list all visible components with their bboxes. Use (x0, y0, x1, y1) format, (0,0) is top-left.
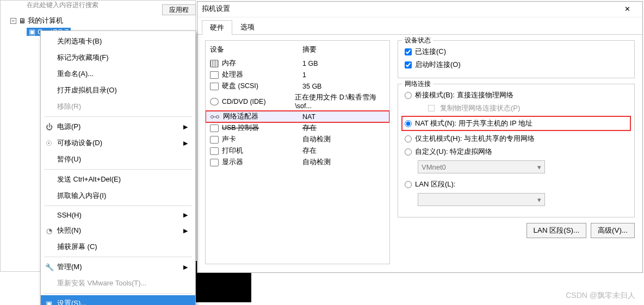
dialog-close-button[interactable]: ✕ (616, 5, 638, 13)
network-icon (210, 113, 220, 121)
ctx-grab-input[interactable]: 抓取输入内容(I) (41, 188, 195, 204)
ctx-ssh[interactable]: SSH(H)▶ (41, 208, 195, 222)
chevron-right-icon: ▶ (183, 264, 188, 271)
dialog-tabs: 硬件 选项 (197, 20, 642, 35)
ctx-separator (44, 293, 192, 294)
ctx-separator (44, 116, 192, 117)
col-device: 设备 (210, 45, 302, 54)
ctx-removable-devices[interactable]: ☉可移动设备(D)▶ (41, 135, 195, 151)
ctx-send-cad[interactable]: 发送 Ctrl+Alt+Del(E) (41, 171, 195, 188)
ctx-manage[interactable]: 🔧管理(M)▶ (41, 259, 195, 275)
device-row-disk[interactable]: 硬盘 (SCSI)35 GB (206, 80, 389, 92)
chevron-down-icon: ▾ (537, 163, 541, 171)
ctx-reinstall-tools: 重新安装 VMware Tools(T)... (41, 275, 195, 291)
rb-lan-segment[interactable]: LAN 区段(L): (405, 178, 628, 191)
svg-point-1 (216, 115, 219, 118)
ctx-mark-favorite[interactable]: 标记为收藏项(F) (41, 49, 195, 66)
ctx-separator (44, 206, 192, 206)
device-row-memory[interactable]: 内存1 GB (206, 58, 389, 69)
device-row-cddvd[interactable]: CD/DVD (IDE)正在使用文件 D:\毅香雪海\sof... (206, 92, 389, 111)
ctx-remove: 移除(R) (41, 98, 195, 115)
tab-options[interactable]: 选项 (232, 20, 263, 34)
rb-host-only-input[interactable] (405, 135, 412, 142)
tree-collapse-icon[interactable]: − (10, 18, 16, 24)
device-list: 设备 摘要 内存1 GB 处理器1 硬盘 (SCSI)35 GB CD/DVD … (205, 40, 390, 264)
select-vmnet: VMnet0▾ (418, 160, 545, 173)
device-status-legend: 设备状态 (403, 36, 433, 45)
watermark: CSDN @飘零未归人 (566, 291, 635, 301)
chevron-down-icon: ▾ (537, 196, 541, 204)
devices-icon: ☉ (45, 139, 53, 147)
vm-icon: ▣ (29, 28, 35, 36)
ctx-snapshot[interactable]: ◔快照(N)▶ (41, 222, 195, 239)
device-row-display[interactable]: 显示器自动检测 (206, 157, 389, 168)
ctx-separator (44, 257, 192, 257)
device-row-sound[interactable]: 声卡自动检测 (206, 134, 389, 145)
ctx-settings[interactable]: ▣设置(S)... (41, 295, 195, 305)
network-connection-legend: 网络连接 (403, 79, 433, 89)
dialog-title: 拟机设置 (202, 4, 230, 14)
settings-icon: ▣ (45, 300, 53, 306)
cd-icon (210, 98, 219, 105)
chevron-right-icon: ▶ (183, 227, 188, 234)
network-connection-group: 网络连接 桥接模式(B): 直接连接物理网络 复制物理网络连接状态(P) NAT… (398, 84, 635, 217)
display-icon (210, 159, 219, 166)
snapshot-icon: ◔ (45, 227, 53, 235)
tab-hardware[interactable]: 硬件 (202, 20, 232, 35)
chevron-right-icon: ▶ (183, 123, 188, 130)
device-status-group: 设备状态 已连接(C) 启动时连接(O) (398, 40, 635, 78)
rb-bridged-input[interactable] (405, 92, 412, 99)
ctx-pause[interactable]: 暂停(U) (41, 151, 195, 167)
cb-copy-physical-state: 复制物理网络连接状态(P) (418, 102, 628, 115)
ctx-separator (44, 169, 192, 170)
vm-context-menu: 关闭选项卡(B) 标记为收藏项(F) 重命名(A)... 打开虚拟机目录(O) … (40, 30, 196, 305)
vm-settings-dialog: 拟机设置 ✕ 硬件 选项 设备 摘要 内存1 GB 处理器1 硬盘 (SCSI)… (197, 1, 643, 273)
wrench-icon: 🔧 (45, 263, 53, 271)
device-row-network-adapter[interactable]: 网络适配器NAT (206, 111, 389, 122)
device-detail-panel: 设备状态 已连接(C) 启动时连接(O) 网络连接 桥接模式(B): 直接连接物… (398, 40, 635, 264)
tree-root-label: 我的计算机 (28, 16, 63, 26)
ctx-capture-screen[interactable]: 捕获屏幕 (C) (41, 239, 195, 255)
device-row-printer[interactable]: 打印机存在 (206, 145, 389, 157)
svg-point-0 (211, 115, 214, 118)
cb-connect-on-start[interactable]: 启动时连接(O) (405, 58, 628, 71)
disk-icon (210, 83, 219, 90)
cpu-icon (210, 71, 219, 79)
device-row-usb[interactable]: USB 控制器存在 (206, 122, 389, 134)
col-summary: 摘要 (302, 45, 317, 54)
sound-icon (210, 136, 219, 144)
rb-custom-input[interactable] (405, 148, 412, 155)
ctx-open-vm-dir[interactable]: 打开虚拟机目录(O) (41, 82, 195, 98)
chevron-right-icon: ▶ (183, 140, 188, 147)
app-tab[interactable]: 应用程 (162, 4, 196, 15)
ctx-rename[interactable]: 重命名(A)... (41, 66, 195, 82)
ctx-power[interactable]: ⏻电源(P)▶ (41, 119, 195, 135)
rb-lan-segment-input[interactable] (405, 181, 412, 188)
btn-lan-segments[interactable]: LAN 区段(S)... (527, 223, 587, 238)
rb-custom[interactable]: 自定义(U): 特定虚拟网络 (405, 145, 628, 158)
select-lan-segment: ▾ (418, 193, 545, 206)
device-list-header: 设备 摘要 (206, 44, 389, 58)
cb-connected[interactable]: 已连接(C) (405, 45, 628, 58)
rb-nat[interactable]: NAT 模式(N): 用于共享主机的 IP 地址 (403, 117, 630, 130)
rb-bridged[interactable]: 桥接模式(B): 直接连接物理网络 (405, 89, 628, 102)
chevron-right-icon: ▶ (183, 211, 188, 219)
rb-host-only[interactable]: 仅主机模式(H): 与主机共享的专用网络 (405, 132, 628, 145)
ctx-close-tab[interactable]: 关闭选项卡(B) (41, 33, 195, 49)
computer-icon: 🖥 (18, 17, 26, 25)
cb-connect-on-start-input[interactable] (405, 61, 412, 69)
rb-nat-input[interactable] (405, 120, 412, 127)
device-row-cpu[interactable]: 处理器1 (206, 69, 389, 80)
power-icon: ⏻ (45, 123, 53, 131)
tree-root-my-computer[interactable]: − 🖥 我的计算机 (10, 16, 71, 26)
printer-icon (210, 147, 219, 155)
cb-connected-input[interactable] (405, 48, 412, 55)
memory-icon (210, 60, 219, 67)
btn-advanced[interactable]: 高级(V)... (591, 223, 635, 238)
search-placeholder: 在此处键入内容进行搜索 (26, 1, 100, 10)
usb-icon (210, 125, 219, 132)
